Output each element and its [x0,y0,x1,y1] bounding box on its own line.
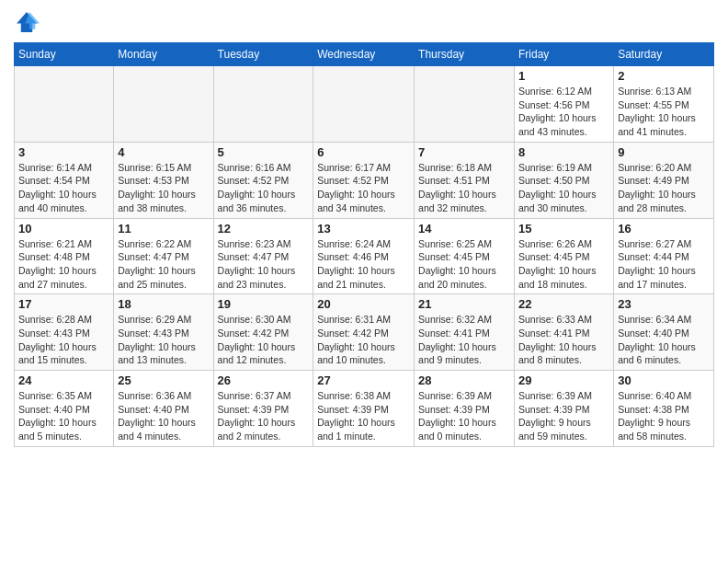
weekday-header-friday: Friday [514,43,613,66]
day-info: Sunrise: 6:12 AM Sunset: 4:56 PM Dayligh… [518,85,609,139]
day-cell: 2Sunrise: 6:13 AM Sunset: 4:55 PM Daylig… [614,66,714,143]
day-cell: 24Sunrise: 6:35 AM Sunset: 4:40 PM Dayli… [15,371,114,447]
day-cell: 20Sunrise: 6:31 AM Sunset: 4:42 PM Dayli… [313,294,415,371]
day-number: 3 [18,145,109,159]
day-cell: 4Sunrise: 6:15 AM Sunset: 4:53 PM Daylig… [114,142,213,218]
day-cell: 15Sunrise: 6:26 AM Sunset: 4:45 PM Dayli… [514,218,613,294]
day-cell: 5Sunrise: 6:16 AM Sunset: 4:52 PM Daylig… [213,142,313,218]
weekday-header-wednesday: Wednesday [313,43,415,66]
day-cell: 8Sunrise: 6:19 AM Sunset: 4:50 PM Daylig… [514,142,613,218]
day-number: 15 [518,222,609,236]
day-cell: 13Sunrise: 6:24 AM Sunset: 4:46 PM Dayli… [313,218,415,294]
day-cell: 6Sunrise: 6:17 AM Sunset: 4:52 PM Daylig… [313,142,415,218]
day-cell: 17Sunrise: 6:28 AM Sunset: 4:43 PM Dayli… [15,294,114,371]
day-number: 9 [618,145,710,159]
week-row-4: 17Sunrise: 6:28 AM Sunset: 4:43 PM Dayli… [15,294,714,371]
day-cell: 7Sunrise: 6:18 AM Sunset: 4:51 PM Daylig… [415,142,515,218]
day-number: 2 [618,69,710,83]
day-cell: 21Sunrise: 6:32 AM Sunset: 4:41 PM Dayli… [415,294,515,371]
page: SundayMondayTuesdayWednesdayThursdayFrid… [0,0,728,563]
day-info: Sunrise: 6:29 AM Sunset: 4:43 PM Dayligh… [118,313,209,367]
day-info: Sunrise: 6:33 AM Sunset: 4:41 PM Dayligh… [518,313,609,367]
day-cell: 22Sunrise: 6:33 AM Sunset: 4:41 PM Dayli… [514,294,613,371]
day-info: Sunrise: 6:24 AM Sunset: 4:46 PM Dayligh… [317,237,410,292]
week-row-3: 10Sunrise: 6:21 AM Sunset: 4:48 PM Dayli… [15,218,714,294]
day-info: Sunrise: 6:26 AM Sunset: 4:45 PM Dayligh… [518,237,609,292]
day-cell: 9Sunrise: 6:20 AM Sunset: 4:49 PM Daylig… [614,142,714,218]
day-info: Sunrise: 6:13 AM Sunset: 4:55 PM Dayligh… [618,85,710,139]
day-cell: 23Sunrise: 6:34 AM Sunset: 4:40 PM Dayli… [614,294,714,371]
day-number: 18 [118,297,209,311]
day-cell: 29Sunrise: 6:39 AM Sunset: 4:39 PM Dayli… [514,371,613,447]
day-info: Sunrise: 6:19 AM Sunset: 4:50 PM Dayligh… [518,161,609,215]
week-row-2: 3Sunrise: 6:14 AM Sunset: 4:54 PM Daylig… [15,142,714,218]
day-info: Sunrise: 6:20 AM Sunset: 4:49 PM Dayligh… [618,161,710,215]
day-cell: 25Sunrise: 6:36 AM Sunset: 4:40 PM Dayli… [114,371,213,447]
day-cell: 14Sunrise: 6:25 AM Sunset: 4:45 PM Dayli… [415,218,515,294]
day-info: Sunrise: 6:39 AM Sunset: 4:39 PM Dayligh… [418,389,510,443]
day-cell: 28Sunrise: 6:39 AM Sunset: 4:39 PM Dayli… [415,371,515,447]
day-number: 1 [518,69,609,83]
day-number: 5 [218,145,310,159]
day-number: 30 [618,373,710,387]
day-cell: 11Sunrise: 6:22 AM Sunset: 4:47 PM Dayli… [114,218,213,294]
day-number: 24 [18,373,109,387]
day-number: 16 [618,222,710,236]
day-info: Sunrise: 6:16 AM Sunset: 4:52 PM Dayligh… [218,161,310,215]
weekday-header-thursday: Thursday [415,43,515,66]
day-number: 23 [618,297,710,311]
weekday-header-row: SundayMondayTuesdayWednesdayThursdayFrid… [15,43,714,66]
day-number: 27 [317,373,410,387]
day-info: Sunrise: 6:34 AM Sunset: 4:40 PM Dayligh… [618,313,710,367]
header [14,9,714,35]
day-number: 19 [218,297,310,311]
day-number: 13 [317,222,410,236]
day-cell: 18Sunrise: 6:29 AM Sunset: 4:43 PM Dayli… [114,294,213,371]
day-number: 17 [18,297,109,311]
day-info: Sunrise: 6:28 AM Sunset: 4:43 PM Dayligh… [18,313,109,367]
day-cell: 10Sunrise: 6:21 AM Sunset: 4:48 PM Dayli… [15,218,114,294]
day-info: Sunrise: 6:39 AM Sunset: 4:39 PM Dayligh… [518,389,609,443]
day-number: 8 [518,145,609,159]
logo-icon [14,9,40,35]
day-info: Sunrise: 6:27 AM Sunset: 4:44 PM Dayligh… [618,237,710,292]
day-info: Sunrise: 6:37 AM Sunset: 4:39 PM Dayligh… [218,389,310,443]
day-cell [213,66,313,143]
weekday-header-sunday: Sunday [15,43,114,66]
day-cell [114,66,213,143]
day-info: Sunrise: 6:31 AM Sunset: 4:42 PM Dayligh… [317,313,410,367]
day-info: Sunrise: 6:25 AM Sunset: 4:45 PM Dayligh… [418,237,510,292]
day-number: 22 [518,297,609,311]
day-cell: 26Sunrise: 6:37 AM Sunset: 4:39 PM Dayli… [213,371,313,447]
day-number: 11 [118,222,209,236]
day-number: 28 [418,373,510,387]
day-info: Sunrise: 6:38 AM Sunset: 4:39 PM Dayligh… [317,389,410,443]
day-number: 12 [218,222,310,236]
day-cell: 30Sunrise: 6:40 AM Sunset: 4:38 PM Dayli… [614,371,714,447]
day-number: 25 [118,373,209,387]
day-number: 4 [118,145,209,159]
day-cell: 16Sunrise: 6:27 AM Sunset: 4:44 PM Dayli… [614,218,714,294]
day-cell [415,66,515,143]
day-info: Sunrise: 6:22 AM Sunset: 4:47 PM Dayligh… [118,237,209,292]
day-info: Sunrise: 6:36 AM Sunset: 4:40 PM Dayligh… [118,389,209,443]
day-cell: 27Sunrise: 6:38 AM Sunset: 4:39 PM Dayli… [313,371,415,447]
day-info: Sunrise: 6:21 AM Sunset: 4:48 PM Dayligh… [18,237,109,292]
week-row-5: 24Sunrise: 6:35 AM Sunset: 4:40 PM Dayli… [15,371,714,447]
calendar: SundayMondayTuesdayWednesdayThursdayFrid… [14,42,714,447]
day-info: Sunrise: 6:17 AM Sunset: 4:52 PM Dayligh… [317,161,410,215]
day-number: 20 [317,297,410,311]
day-number: 10 [18,222,109,236]
week-row-1: 1Sunrise: 6:12 AM Sunset: 4:56 PM Daylig… [15,66,714,143]
day-cell [313,66,415,143]
day-info: Sunrise: 6:14 AM Sunset: 4:54 PM Dayligh… [18,161,109,215]
day-number: 26 [218,373,310,387]
day-number: 21 [418,297,510,311]
logo [14,9,43,35]
day-cell: 1Sunrise: 6:12 AM Sunset: 4:56 PM Daylig… [514,66,613,143]
day-info: Sunrise: 6:30 AM Sunset: 4:42 PM Dayligh… [218,313,310,367]
day-cell: 12Sunrise: 6:23 AM Sunset: 4:47 PM Dayli… [213,218,313,294]
weekday-header-tuesday: Tuesday [213,43,313,66]
weekday-header-monday: Monday [114,43,213,66]
day-number: 29 [518,373,609,387]
